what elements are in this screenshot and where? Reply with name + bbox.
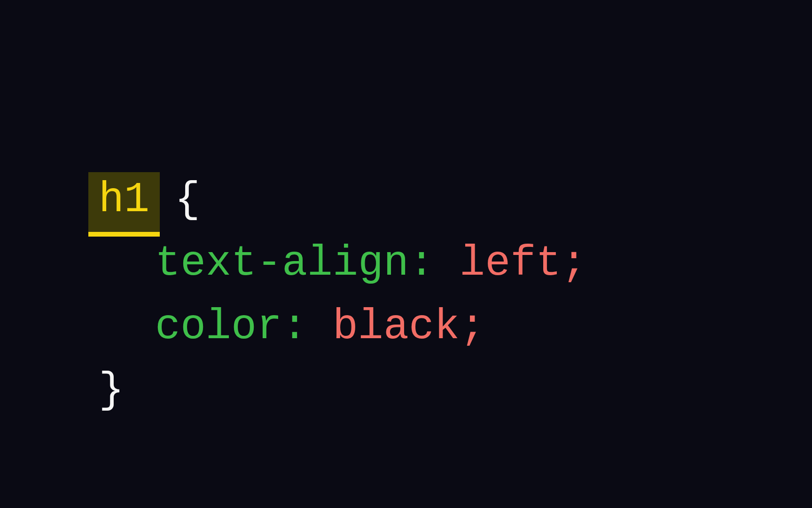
colon: : xyxy=(409,239,434,287)
brace-open-char: { xyxy=(175,176,200,224)
css-code-block: h1 { text-align: left; color: black; } xyxy=(99,105,586,422)
space xyxy=(434,239,460,287)
colon: : xyxy=(282,303,307,351)
css-selector: h1 xyxy=(99,176,149,224)
css-value-black: black xyxy=(333,303,460,351)
semicolon: ; xyxy=(460,303,485,351)
semicolon: ; xyxy=(561,239,586,287)
css-value-left: left xyxy=(460,239,561,287)
css-property-text-align: text-align xyxy=(155,239,409,287)
space xyxy=(307,303,333,351)
brace-close: } xyxy=(99,366,124,414)
selector-highlight-wrap: h1 xyxy=(99,168,149,232)
css-property-color: color xyxy=(155,303,282,351)
